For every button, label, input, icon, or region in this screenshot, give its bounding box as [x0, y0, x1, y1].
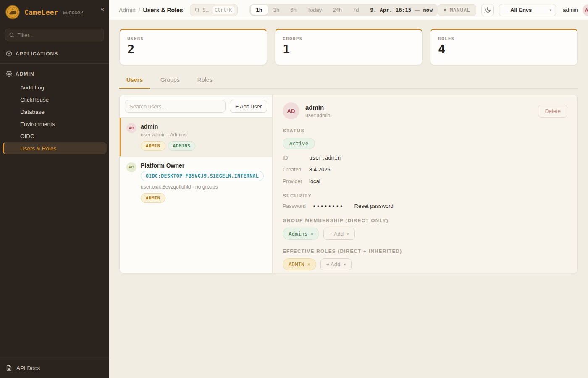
- tabs-row: Users Groups Roles: [119, 73, 578, 89]
- sidebar-section-label: ADMIN: [16, 71, 34, 77]
- security-section-heading: SECURITY: [283, 193, 567, 198]
- topbar-right-cluster: MANUAL All Envs ▾ admin AD: [438, 4, 588, 16]
- remove-icon[interactable]: ×: [307, 262, 310, 268]
- time-range-group: 1h 3h 6h Today 24h 7d 9. Apr. 16:15 — no…: [249, 4, 438, 16]
- stat-card-roles: ROLES 4: [430, 29, 578, 65]
- add-group-button[interactable]: + Add ▾: [323, 228, 354, 240]
- time-range-1h[interactable]: 1h: [251, 5, 268, 15]
- add-role-button[interactable]: + Add ▾: [320, 258, 352, 270]
- camel-logo-icon: [5, 5, 20, 20]
- role-chip-admin: ADMIN ×: [283, 258, 316, 270]
- kv-value: local: [309, 178, 320, 184]
- chevron-down-icon: ▾: [550, 8, 552, 12]
- user-item-name: admin: [141, 123, 195, 130]
- status-badge: Active: [283, 138, 315, 149]
- time-range-7d[interactable]: 7d: [347, 5, 364, 15]
- refresh-mode-badge[interactable]: MANUAL: [438, 4, 476, 16]
- search-icon: [194, 7, 200, 13]
- user-avatar[interactable]: AD: [583, 4, 588, 16]
- stat-card-groups: GROUPS 1: [275, 29, 423, 65]
- global-search[interactable]: S… Ctrl+K: [190, 4, 238, 16]
- user-list-column: + Add user AD admin user:admin · Admins …: [120, 95, 273, 273]
- breadcrumb: Admin / Users & Roles: [119, 7, 183, 13]
- role-chips-row: ADMIN × + Add ▾: [283, 258, 567, 270]
- status-section-heading: STATUS: [283, 128, 567, 133]
- content: USERS 2 GROUPS 1 ROLES 4 Users Groups Ro…: [109, 20, 588, 378]
- stat-value: 1: [283, 43, 415, 55]
- time-range-today[interactable]: Today: [302, 5, 328, 15]
- delete-user-button[interactable]: Delete: [538, 105, 567, 118]
- user-item-badges: ADMIN: [141, 193, 264, 203]
- brand-name: CameLeer: [24, 8, 58, 16]
- sidebar-collapse-icon[interactable]: «: [101, 5, 104, 12]
- time-to-display[interactable]: now: [420, 7, 437, 13]
- reset-password-link[interactable]: Reset password: [354, 203, 394, 209]
- time-from-display[interactable]: 9. Apr. 16:15: [365, 7, 415, 13]
- gear-icon: [6, 71, 12, 77]
- user-list-toolbar: + Add user: [120, 95, 272, 117]
- theme-toggle-button[interactable]: [481, 4, 494, 16]
- stat-value: 2: [127, 43, 259, 55]
- user-item-badges: ADMIN ADMINS: [141, 141, 195, 151]
- kv-value: 8.4.2026: [309, 166, 331, 173]
- kv-key: Provider: [283, 178, 309, 184]
- sidebar-item-clickhouse[interactable]: ClickHouse: [3, 94, 107, 105]
- mode-dot-icon: [444, 9, 446, 11]
- breadcrumb-current: Users & Roles: [143, 7, 183, 13]
- sidebar-item-users-roles[interactable]: Users & Roles: [3, 142, 107, 154]
- kv-key: Created: [283, 167, 309, 173]
- environment-value: All Envs: [510, 7, 532, 13]
- password-label: Password: [283, 203, 313, 209]
- role-badge: ADMIN: [141, 141, 165, 151]
- environment-select[interactable]: All Envs ▾: [499, 4, 556, 16]
- oidc-issuer-badge: OIDC:DESKTOP-FB5VGJ9.SIEGELN.INTERNAL: [141, 171, 264, 181]
- brand-row: CameLeer 69dcce2 «: [0, 0, 109, 24]
- breadcrumb-admin[interactable]: Admin: [119, 7, 136, 13]
- kv-key: ID: [283, 155, 309, 161]
- sidebar-item-database[interactable]: Database: [3, 106, 107, 118]
- sidebar-section-admin[interactable]: ADMIN: [0, 64, 109, 81]
- chevron-down-icon: ▾: [347, 232, 349, 236]
- sidebar-section-applications[interactable]: APPLICATIONS: [0, 44, 109, 61]
- sidebar-admin-nav: Audit Log ClickHouse Database Environmen…: [0, 81, 109, 155]
- group-chip-admins: Admins ×: [283, 228, 319, 240]
- remove-icon[interactable]: ×: [310, 231, 313, 237]
- tab-users[interactable]: Users: [119, 73, 150, 89]
- add-user-button[interactable]: + Add user: [230, 100, 267, 113]
- stat-label: ROLES: [438, 36, 570, 42]
- stat-value: 4: [438, 43, 570, 55]
- user-item-name: Platform Owner: [141, 162, 264, 169]
- sidebar-filter-input[interactable]: [5, 29, 104, 41]
- brand-build-id: 69dcce2: [63, 9, 83, 16]
- chevron-down-icon: ▾: [344, 262, 346, 267]
- sidebar-item-environments[interactable]: Environments: [3, 118, 107, 130]
- tab-groups[interactable]: Groups: [153, 73, 187, 88]
- shortcut-kbd: Ctrl+K: [212, 6, 235, 14]
- user-item-meta: user:admin · Admins: [141, 132, 195, 138]
- group-chips-row: Admins × + Add ▾: [283, 228, 567, 240]
- breadcrumb-separator: /: [139, 7, 140, 13]
- role-badge: ADMIN: [141, 193, 165, 203]
- kv-row-provider: Provider local: [283, 178, 567, 184]
- search-users-input[interactable]: [125, 100, 226, 113]
- sidebar-item-audit-log[interactable]: Audit Log: [3, 81, 107, 93]
- user-list-item-platform-owner[interactable]: PO Platform Owner OIDC:DESKTOP-FB5VGJ9.S…: [120, 156, 272, 208]
- sidebar-item-oidc[interactable]: OIDC: [3, 130, 107, 142]
- role-chip-label: ADMIN: [289, 261, 304, 268]
- box-icon: [6, 50, 12, 57]
- avatar: AD: [283, 102, 299, 119]
- stats-row: USERS 2 GROUPS 1 ROLES 4: [119, 29, 578, 65]
- time-range-6h[interactable]: 6h: [285, 5, 302, 15]
- api-docs-link[interactable]: API Docs: [0, 358, 109, 378]
- main-area: Admin / Users & Roles S… Ctrl+K 1h 3h 6h…: [109, 0, 588, 378]
- user-item-body: admin user:admin · Admins ADMIN ADMINS: [141, 123, 195, 151]
- stat-label: GROUPS: [283, 36, 415, 42]
- sidebar-filter: [5, 29, 104, 41]
- time-range-24h[interactable]: 24h: [327, 5, 347, 15]
- tab-roles[interactable]: Roles: [190, 73, 220, 88]
- time-range-3h[interactable]: 3h: [268, 5, 285, 15]
- mode-label: MANUAL: [450, 7, 470, 13]
- topbar: Admin / Users & Roles S… Ctrl+K 1h 3h 6h…: [109, 0, 588, 20]
- search-icon: [9, 32, 15, 38]
- user-list-item-admin[interactable]: AD admin user:admin · Admins ADMIN ADMIN…: [120, 117, 272, 156]
